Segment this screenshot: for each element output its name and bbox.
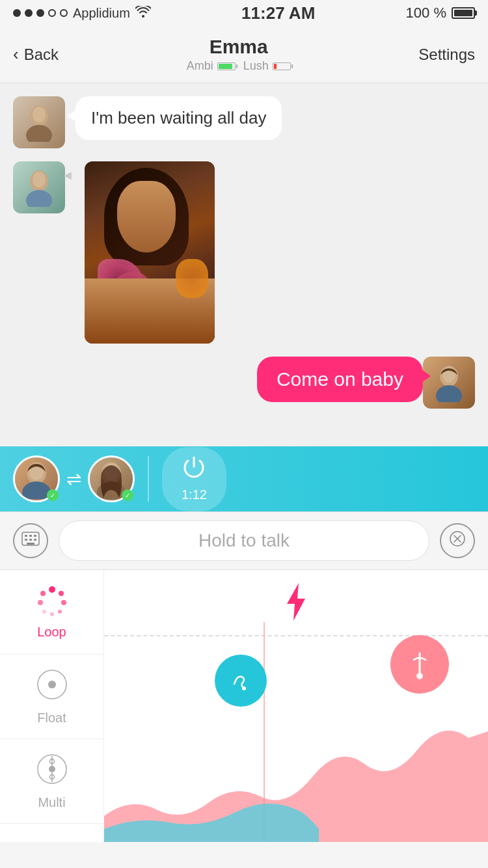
ambi-battery-fill	[219, 64, 233, 69]
male-check-badge: ✓	[47, 489, 59, 501]
transfer-arrows-icon: ⇌	[66, 468, 81, 490]
keyboard-button[interactable]	[13, 523, 48, 558]
status-left: Applidium	[13, 6, 151, 21]
dot1	[13, 9, 21, 17]
my-avatar	[423, 357, 475, 409]
svg-point-7	[436, 385, 462, 402]
svg-point-5	[33, 172, 46, 187]
battery-percent: 100 %	[406, 5, 446, 21]
svg-point-1	[26, 125, 52, 142]
emma-avatar-1	[13, 96, 65, 148]
emma-avatar-2	[13, 161, 65, 213]
back-label: Back	[24, 46, 59, 64]
svg-point-42	[242, 686, 246, 690]
status-time: 11:27 AM	[241, 3, 315, 23]
svg-point-26	[49, 586, 55, 593]
battery-icon	[452, 7, 475, 19]
bolt-icon	[283, 583, 309, 629]
svg-rect-22	[27, 543, 34, 545]
female-check-badge: ✓	[122, 489, 133, 501]
svg-rect-19	[25, 539, 27, 541]
chat-area: I'm been waiting all day ◄	[0, 83, 488, 446]
message-bubble-3: Come on baby	[257, 357, 423, 402]
power-button[interactable]: 1:12	[162, 447, 226, 511]
message-row-3: Come on baby	[13, 357, 475, 409]
device-bar-divider	[148, 456, 149, 502]
carrier-label: Applidium	[73, 6, 130, 21]
back-button[interactable]: ‹ Back	[13, 44, 59, 64]
svg-point-31	[42, 610, 46, 614]
svg-point-4	[26, 190, 52, 207]
svg-point-2	[33, 107, 46, 122]
signal-dots	[13, 9, 68, 17]
chart-dashed-line	[104, 635, 488, 636]
side-item-loop[interactable]: Loop	[0, 570, 103, 655]
battery-fill	[454, 10, 472, 16]
message-row-1: I'm been waiting all day	[13, 96, 475, 148]
nav-bar: ‹ Back Emma Ambi Lush Settings	[0, 26, 488, 83]
message-row-2: ◄	[13, 161, 475, 344]
hold-to-talk-label: Hold to talk	[198, 530, 290, 551]
svg-point-29	[58, 610, 62, 614]
nav-center: Emma Ambi Lush	[187, 36, 291, 73]
ambi-label: Ambi	[187, 59, 213, 73]
keyboard-icon	[21, 532, 40, 550]
svg-point-33	[40, 591, 46, 596]
side-item-multi[interactable]: Multi	[0, 739, 103, 824]
loop-icon	[35, 584, 69, 618]
svg-point-43	[416, 673, 423, 679]
dot2	[25, 9, 33, 17]
my-device-avatar: ✓	[13, 455, 60, 502]
message-text-1: I'm been waiting all day	[91, 108, 266, 128]
side-item-float[interactable]: Float	[0, 655, 103, 739]
device-control-bar: ✓ ⇌ ✓ 1:12	[0, 446, 488, 511]
wifi-icon	[135, 6, 151, 21]
clear-button[interactable]	[440, 523, 475, 558]
chart-device-teal	[215, 655, 267, 707]
message-bubble-1: I'm been waiting all day	[75, 96, 282, 140]
float-label: Float	[37, 711, 66, 726]
back-chevron-icon: ‹	[13, 44, 19, 64]
chart-area	[104, 570, 488, 842]
message-image-2	[85, 161, 215, 344]
svg-point-28	[61, 600, 66, 605]
hold-to-talk-input[interactable]: Hold to talk	[59, 521, 429, 561]
chart-device-pink	[390, 635, 449, 694]
svg-rect-16	[25, 535, 27, 537]
status-bar: Applidium 11:27 AM 100 %	[0, 0, 488, 26]
svg-point-38	[49, 766, 55, 772]
device-ambi: Ambi	[187, 59, 236, 73]
timer-label: 1:12	[182, 487, 207, 502]
lush-battery	[273, 62, 291, 70]
settings-button[interactable]: Settings	[418, 46, 475, 64]
multi-label: Multi	[38, 795, 65, 810]
device-status: Ambi Lush	[187, 59, 291, 73]
status-right: 100 %	[406, 5, 475, 21]
emma-device-avatar: ✓	[88, 455, 135, 502]
svg-rect-21	[34, 539, 36, 541]
lush-battery-fill	[274, 64, 277, 69]
power-icon	[182, 456, 206, 485]
device-lush: Lush	[243, 59, 291, 73]
contact-name: Emma	[187, 36, 291, 58]
lush-label: Lush	[243, 59, 269, 73]
bottom-panel: Loop Float Mult	[0, 570, 488, 842]
loop-label: Loop	[37, 625, 66, 640]
emma-photo	[85, 161, 215, 344]
svg-point-32	[38, 600, 43, 605]
ambi-battery	[217, 62, 236, 70]
message-text-3: Come on baby	[277, 368, 403, 390]
wave-chart	[104, 712, 488, 842]
float-icon	[35, 668, 69, 704]
multi-icon	[35, 752, 69, 789]
input-bar: Hold to talk	[0, 511, 488, 570]
svg-point-27	[59, 591, 64, 596]
dot3	[36, 9, 44, 17]
svg-point-30	[50, 612, 54, 616]
svg-rect-20	[29, 539, 32, 541]
svg-point-35	[48, 681, 56, 688]
dot4	[48, 9, 56, 17]
svg-marker-41	[287, 583, 305, 621]
svg-rect-18	[34, 535, 36, 537]
clear-icon	[449, 530, 466, 551]
